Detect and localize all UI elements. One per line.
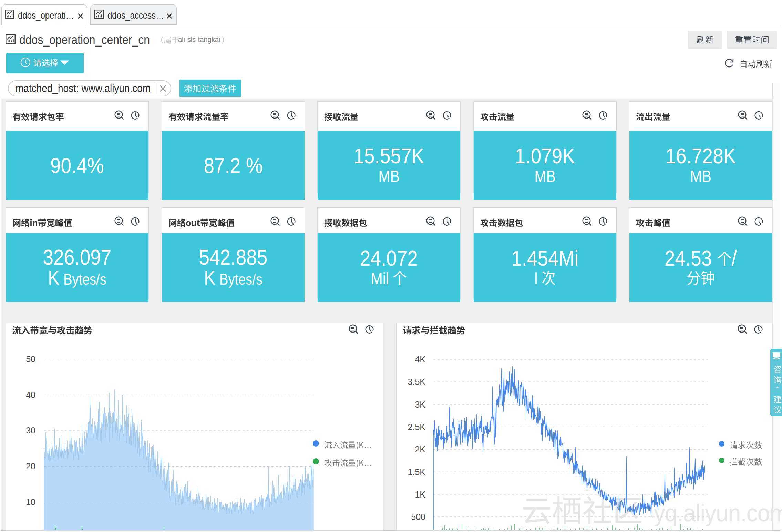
svg-text:1.5K: 1.5K <box>408 467 426 477</box>
svg-text:1K: 1K <box>415 490 425 499</box>
svg-text:2K: 2K <box>415 444 425 454</box>
svg-text:30: 30 <box>26 426 35 435</box>
svg-text:3.5K: 3.5K <box>408 377 426 387</box>
svg-text:500: 500 <box>411 512 425 522</box>
svg-text:…: … <box>364 441 372 450</box>
svg-text:50: 50 <box>26 354 35 364</box>
svg-text:20: 20 <box>26 461 35 471</box>
svg-text:…: … <box>364 459 372 468</box>
svg-text:10: 10 <box>26 497 35 507</box>
svg-text:3K: 3K <box>415 400 425 409</box>
svg-text:4K: 4K <box>415 355 425 364</box>
svg-text:40: 40 <box>26 390 35 400</box>
svg-text:2.5K: 2.5K <box>408 422 426 432</box>
